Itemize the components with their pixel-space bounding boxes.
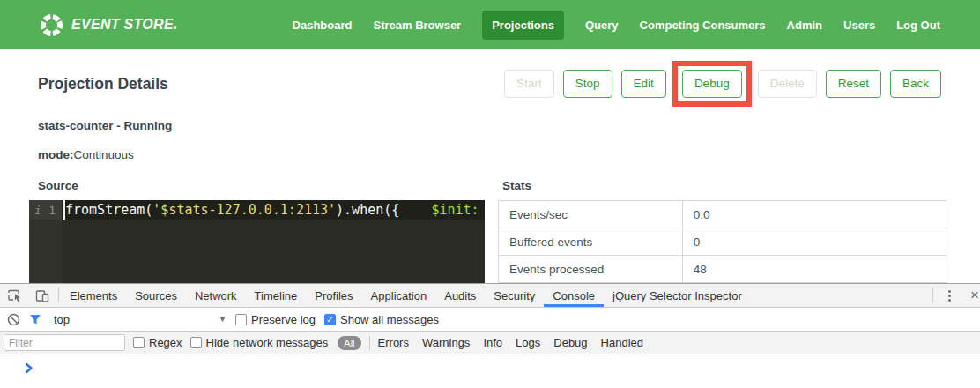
tab-application[interactable]: Application [362, 284, 436, 307]
mode-label: mode: [38, 148, 74, 161]
inspect-element-icon[interactable] [0, 284, 28, 307]
divider [932, 288, 933, 302]
hide-network-messages-label: Hide network messages [206, 336, 329, 349]
reset-button[interactable]: Reset [826, 70, 881, 98]
tab-network[interactable]: Network [186, 284, 246, 307]
console-prompt-icon [26, 362, 33, 376]
tab-security[interactable]: Security [485, 284, 544, 307]
code-line: fromStream('$stats-127.0.0.1:2113').when… [63, 200, 485, 220]
devtools-panel: Elements Sources Network Timeline Profil… [0, 283, 980, 388]
stat-name: Events/sec [499, 201, 683, 228]
main-nav: Dashboard Stream Browser Projections Que… [293, 11, 940, 40]
edit-button[interactable]: Edit [621, 70, 666, 98]
page-title: Projection Details [38, 75, 168, 93]
checkbox-unchecked [235, 314, 247, 325]
code-segment [399, 202, 431, 218]
nav-dashboard[interactable]: Dashboard [293, 11, 353, 40]
nav-users[interactable]: Users [843, 11, 875, 40]
stop-button[interactable]: Stop [563, 70, 612, 98]
tab-jquery-selector-inspector[interactable]: jQuery Selector Inspector [604, 284, 751, 307]
tab-timeline[interactable]: Timeline [246, 284, 307, 307]
table-row: Buffered events 0 [499, 228, 947, 256]
console-toolbar: top ▼ Preserve log ✓ Show all messages [0, 308, 980, 332]
nav-competing-consumers[interactable]: Competing Consumers [640, 11, 766, 40]
divider [369, 336, 370, 350]
source-section: Source i 1 fromStream('$stats-127.0.0.1:… [29, 179, 485, 293]
level-handled[interactable]: Handled [601, 336, 643, 349]
start-button: Start [504, 70, 554, 98]
regex-checkbox[interactable]: Regex [133, 336, 182, 349]
console-output[interactable] [0, 354, 980, 388]
hide-network-messages-checkbox[interactable]: Hide network messages [190, 336, 329, 349]
level-warnings[interactable]: Warnings [422, 336, 470, 349]
projection-status: stats-counter - Running [38, 119, 980, 132]
context-value: top [54, 313, 70, 326]
device-toolbar-icon[interactable] [28, 284, 56, 307]
info-annotation-icon: i [34, 204, 41, 217]
projection-mode: mode:Continuous [38, 148, 980, 161]
action-buttons: Start Stop Edit Debug Delete Reset Back [504, 61, 941, 107]
nav-stream-browser[interactable]: Stream Browser [373, 11, 461, 40]
level-info[interactable]: Info [483, 336, 502, 349]
stat-value: 0 [682, 228, 947, 256]
execution-context-selector[interactable]: top ▼ [54, 313, 226, 326]
editor-gutter-line-1: i 1 [29, 200, 62, 220]
nav-log-out[interactable]: Log Out [896, 11, 940, 40]
preserve-log-checkbox[interactable]: Preserve log [235, 313, 316, 326]
chevron-down-icon: ▼ [219, 315, 226, 324]
divider [58, 288, 59, 302]
event-store-ring-icon [40, 13, 63, 37]
show-all-messages-label: Show all messages [340, 313, 439, 326]
back-button[interactable]: Back [890, 70, 941, 98]
checkbox-unchecked [190, 337, 202, 348]
stat-name: Events processed [499, 256, 683, 283]
stat-value: 0.0 [682, 201, 947, 228]
filter-input[interactable] [4, 334, 125, 351]
title-bar: Projection Details Start Stop Edit Debug… [38, 63, 941, 105]
table-row: Events/sec 0.0 [499, 201, 947, 228]
checkbox-unchecked [133, 337, 145, 348]
preserve-log-label: Preserve log [251, 313, 316, 326]
nav-projections[interactable]: Projections [482, 11, 564, 40]
delete-button: Delete [758, 70, 817, 98]
table-row: Events processed 48 [499, 256, 947, 283]
kebab-menu-icon[interactable] [935, 284, 963, 307]
debug-highlight-box: Debug [672, 61, 752, 107]
nav-query[interactable]: Query [585, 11, 619, 40]
nav-admin[interactable]: Admin [787, 11, 822, 40]
event-store-logo[interactable]: EVENT STORE. [40, 13, 178, 37]
tab-elements[interactable]: Elements [61, 284, 126, 307]
checkbox-checked: ✓ [324, 314, 336, 325]
code-segment: ).when({ [336, 202, 399, 218]
level-debug[interactable]: Debug [553, 336, 587, 349]
show-all-messages-checkbox[interactable]: ✓ Show all messages [324, 313, 439, 326]
tab-profiles[interactable]: Profiles [306, 284, 361, 307]
close-icon[interactable]: × [963, 284, 980, 307]
level-logs[interactable]: Logs [516, 336, 540, 349]
code-segment-string: '$stats-127.0.0.1:2113' [152, 202, 336, 218]
code-segment [479, 202, 485, 218]
app-header: EVENT STORE. Dashboard Stream Browser Pr… [0, 0, 980, 49]
brand-name: EVENT STORE. [71, 17, 178, 33]
source-code-editor[interactable]: i 1 fromStream('$stats-127.0.0.1:2113').… [29, 200, 485, 293]
source-label: Source [29, 179, 485, 192]
line-number: 1 [48, 204, 56, 217]
stats-label: Stats [498, 179, 947, 192]
stat-value: 48 [682, 256, 947, 283]
regex-label: Regex [149, 336, 182, 349]
devtools-tab-actions: × [931, 284, 980, 307]
tab-sources[interactable]: Sources [126, 284, 186, 307]
level-errors[interactable]: Errors [378, 336, 409, 349]
console-filter-bar: Regex Hide network messages All Errors W… [0, 332, 980, 354]
level-filters: Errors Warnings Info Logs Debug Handled [378, 336, 643, 349]
tab-console[interactable]: Console [544, 284, 604, 307]
tab-audits[interactable]: Audits [435, 284, 485, 307]
code-segment-keyword: $init: [431, 202, 479, 218]
filter-funnel-icon[interactable] [29, 314, 41, 325]
debug-button[interactable]: Debug [682, 70, 742, 98]
devtools-tabbar: Elements Sources Network Timeline Profil… [0, 284, 980, 308]
code-segment: fromStream( [65, 202, 152, 218]
level-filter-all-badge[interactable]: All [338, 336, 360, 350]
mode-value: Continuous [74, 148, 134, 161]
clear-console-icon[interactable] [7, 313, 20, 326]
